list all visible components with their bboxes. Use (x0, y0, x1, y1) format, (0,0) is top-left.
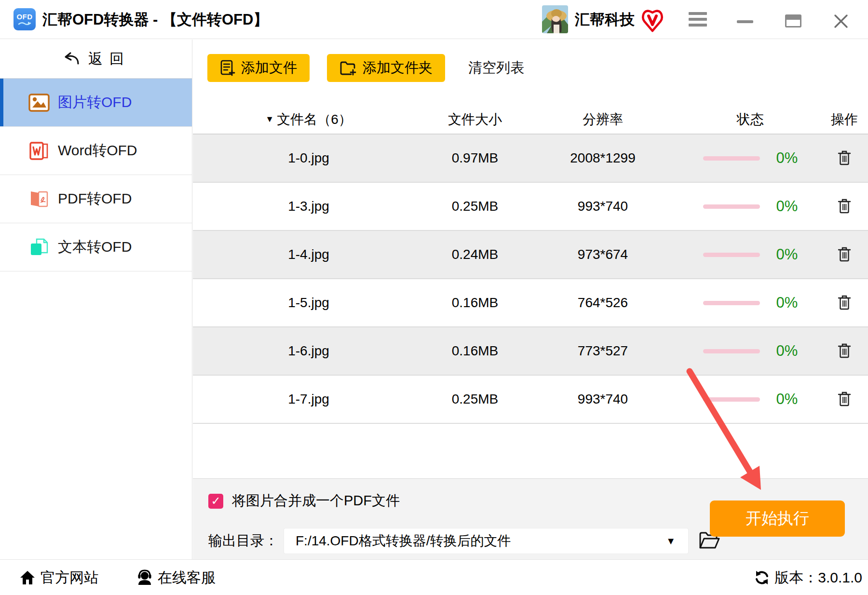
add-file-label: 添加文件 (241, 58, 297, 78)
title-bar: OFD 汇帮OFD转换器 - 【文件转OFD】 汇帮科技 (0, 0, 868, 39)
sidebar-item-word-to-ofd[interactable]: Word转OFD (0, 127, 192, 175)
delete-button[interactable] (835, 292, 854, 314)
delete-button[interactable] (835, 340, 854, 362)
cell-status: 0% (680, 149, 821, 167)
clear-list-button[interactable]: 清空列表 (468, 58, 524, 78)
header-filesize: 文件大小 (424, 110, 526, 129)
back-label: 返回 (88, 49, 131, 69)
cell-action (821, 148, 868, 169)
sidebar-item-label: 图片转OFD (58, 93, 132, 112)
table-row[interactable]: 1-3.jpg 0.25MB 993*740 0% (193, 183, 868, 231)
official-site-link[interactable]: 官方网站 (19, 560, 98, 595)
footer: 官方网站 在线客服 版本：3.0.1.0 (0, 559, 868, 595)
output-dir-row: 输出目录： F:/14.OFD格式转换器/转换后的文件 ▼ (208, 528, 721, 554)
text-icon (28, 238, 50, 257)
cell-action (821, 196, 868, 217)
sidebar-item-text-to-ofd[interactable]: 文本转OFD (0, 223, 192, 271)
progress-bar (703, 156, 760, 161)
trash-icon (837, 149, 852, 166)
output-dir-value: F:/14.OFD格式转换器/转换后的文件 (296, 532, 511, 550)
table-row[interactable]: 1-0.jpg 0.97MB 2008*1299 0% (193, 135, 868, 183)
table-row[interactable]: 1-5.jpg 0.16MB 764*526 0% (193, 279, 868, 327)
progress-percent: 0% (776, 198, 798, 215)
delete-button[interactable] (835, 196, 854, 217)
progress-percent: 0% (776, 342, 798, 360)
trash-icon (837, 391, 852, 407)
merge-checkbox[interactable]: ✓ (208, 494, 223, 509)
cell-filesize: 0.24MB (424, 247, 526, 262)
menu-icon[interactable] (689, 12, 707, 27)
output-dir-label: 输出目录： (208, 531, 278, 551)
version-info: 版本：3.0.1.0 (754, 560, 862, 595)
cell-status: 0% (680, 294, 821, 311)
cell-action (821, 244, 868, 266)
cell-filesize: 0.97MB (424, 150, 526, 166)
table-row[interactable]: 1-4.jpg 0.24MB 973*674 0% (193, 231, 868, 279)
sidebar-item-pdf-to-ofd[interactable]: PDF转OFD (0, 175, 192, 223)
word-icon (28, 141, 50, 161)
refresh-icon[interactable] (754, 570, 770, 585)
cell-filename: 1-0.jpg (193, 150, 424, 166)
vip-badge-icon[interactable] (641, 9, 664, 33)
ofd-logo-wave-icon (18, 21, 31, 26)
progress-bar (703, 253, 760, 257)
cell-status: 0% (680, 198, 821, 215)
delete-button[interactable] (835, 244, 854, 266)
cell-resolution: 973*674 (526, 247, 680, 262)
table-row[interactable]: 1-6.jpg 0.16MB 773*527 0% (193, 327, 868, 376)
header-filename[interactable]: ▼ 文件名（6） (193, 110, 424, 129)
minimize-icon[interactable] (737, 20, 753, 23)
cell-filename: 1-7.jpg (193, 392, 424, 407)
cell-resolution: 993*740 (526, 392, 680, 407)
start-button[interactable]: 开始执行 (710, 500, 845, 537)
progress-percent: 0% (776, 391, 798, 408)
cell-filesize: 0.16MB (424, 343, 526, 359)
maximize-icon[interactable] (785, 14, 801, 27)
sort-icon: ▼ (265, 114, 274, 124)
version-label: 版本：3.0.1.0 (774, 568, 862, 588)
header-status: 状态 (680, 110, 821, 129)
add-folder-button[interactable]: 添加文件夹 (327, 54, 445, 82)
cell-resolution: 764*526 (526, 295, 680, 311)
home-icon (19, 570, 36, 585)
cell-action (821, 389, 868, 410)
app-window: OFD 汇帮OFD转换器 - 【文件转OFD】 汇帮科技 (0, 0, 868, 595)
toolbar: 添加文件 添加文件夹 清空列表 (193, 54, 868, 82)
output-dir-select[interactable]: F:/14.OFD格式转换器/转换后的文件 ▼ (284, 528, 688, 554)
ofd-logo-text: OFD (16, 13, 32, 20)
delete-button[interactable] (835, 389, 854, 410)
avatar[interactable] (542, 5, 568, 33)
merge-option: ✓ 将图片合并成一个PDF文件 (208, 491, 400, 511)
trash-icon (837, 246, 852, 262)
online-support-link[interactable]: 在线客服 (136, 560, 216, 595)
cell-status: 0% (680, 391, 821, 408)
cell-action (821, 292, 868, 314)
file-table: ▼ 文件名（6） 文件大小 分辨率 状态 操作 1-0.jpg 0.97MB 2… (193, 105, 868, 424)
ofd-logo-icon: OFD (14, 8, 36, 30)
trash-icon (837, 342, 852, 359)
cell-filename: 1-5.jpg (193, 295, 424, 311)
table-header: ▼ 文件名（6） 文件大小 分辨率 状态 操作 (193, 105, 868, 135)
delete-button[interactable] (835, 148, 854, 169)
window-title: 汇帮OFD转换器 - 【文件转OFD】 (42, 0, 268, 39)
cell-action (821, 340, 868, 362)
cell-resolution: 2008*1299 (526, 150, 680, 166)
add-file-icon (220, 60, 235, 76)
trash-icon (837, 198, 852, 214)
chevron-down-icon: ▼ (666, 536, 676, 547)
cell-status: 0% (680, 342, 821, 360)
cell-filesize: 0.25MB (424, 392, 526, 407)
back-button[interactable]: 返回 (0, 40, 192, 79)
sidebar-item-image-to-ofd[interactable]: 图片转OFD (0, 79, 192, 127)
add-file-button[interactable]: 添加文件 (207, 54, 310, 82)
cell-filesize: 0.16MB (424, 295, 526, 311)
cell-resolution: 773*527 (526, 343, 680, 359)
table-row[interactable]: 1-7.jpg 0.25MB 993*740 0% (193, 376, 868, 424)
back-icon (61, 51, 81, 67)
close-icon[interactable] (833, 14, 849, 29)
image-icon (28, 93, 50, 112)
progress-bar (703, 397, 760, 402)
progress-percent: 0% (776, 149, 798, 167)
progress-percent: 0% (776, 246, 798, 263)
cell-filename: 1-6.jpg (193, 343, 424, 359)
